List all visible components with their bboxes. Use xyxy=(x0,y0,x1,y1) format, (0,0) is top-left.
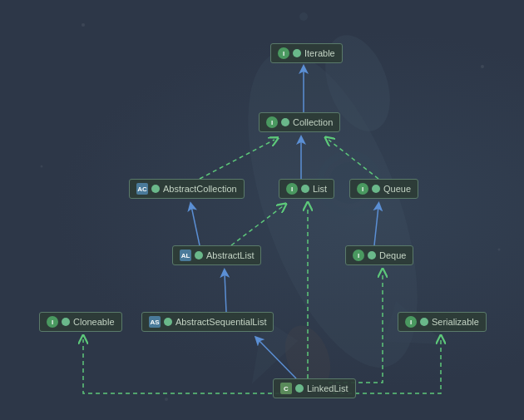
icon-small-serializable xyxy=(420,318,428,326)
icon-abstract-al: AL xyxy=(180,250,191,261)
icon-interface-serializable: I xyxy=(405,316,417,328)
label-serializable: Serializable xyxy=(432,317,479,327)
node-linkedlist[interactable]: C LinkedList xyxy=(273,378,356,398)
node-serializable[interactable]: I Serializable xyxy=(398,312,487,332)
icon-interface-collection: I xyxy=(266,116,278,128)
node-abstractcollection[interactable]: AC AbstractCollection xyxy=(129,179,245,199)
node-abstractlist[interactable]: AL AbstractList xyxy=(172,245,261,265)
icon-interface-deque: I xyxy=(353,250,364,261)
label-deque: Deque xyxy=(379,250,406,260)
icon-small-iterable xyxy=(293,49,301,57)
node-list[interactable]: I List xyxy=(279,179,334,199)
label-abstractlist: AbstractList xyxy=(206,250,254,260)
node-iterable[interactable]: I Iterable xyxy=(270,43,343,63)
icon-small-cloneable xyxy=(62,318,70,326)
label-abstractsequentiallist: AbstractSequentialList xyxy=(175,317,266,327)
label-linkedlist: LinkedList xyxy=(307,383,349,393)
icon-abstract-ac: AC xyxy=(136,183,148,195)
icon-small-asl xyxy=(164,318,172,326)
label-iterable: Iterable xyxy=(304,48,335,58)
icon-interface-iterable: I xyxy=(278,47,289,59)
label-abstractcollection: AbstractCollection xyxy=(163,184,237,194)
icon-abstract-asl: AS xyxy=(149,316,161,328)
icon-small-deque xyxy=(368,251,376,259)
node-collection[interactable]: I Collection xyxy=(259,112,340,132)
icon-interface-queue: I xyxy=(357,183,368,195)
icon-small-ac xyxy=(151,185,160,193)
node-queue[interactable]: I Queue xyxy=(349,179,418,199)
node-deque[interactable]: I Deque xyxy=(345,245,413,265)
label-cloneable: Cloneable xyxy=(73,317,115,327)
icon-interface-cloneable: I xyxy=(47,316,58,328)
icon-small-list xyxy=(301,185,309,193)
icon-small-al xyxy=(195,251,203,259)
icon-small-linkedlist xyxy=(295,384,304,393)
icon-small-collection xyxy=(281,118,289,126)
icon-class-linkedlist: C xyxy=(280,383,292,394)
icon-interface-list: I xyxy=(286,183,298,195)
icon-small-queue xyxy=(372,185,380,193)
label-queue: Queue xyxy=(383,184,411,194)
diagram-container: I Iterable I Collection AC AbstractColle… xyxy=(0,0,524,420)
label-collection: Collection xyxy=(293,117,333,127)
node-abstractsequentiallist[interactable]: AS AbstractSequentialList xyxy=(141,312,274,332)
node-cloneable[interactable]: I Cloneable xyxy=(39,312,122,332)
label-list: List xyxy=(313,184,327,194)
